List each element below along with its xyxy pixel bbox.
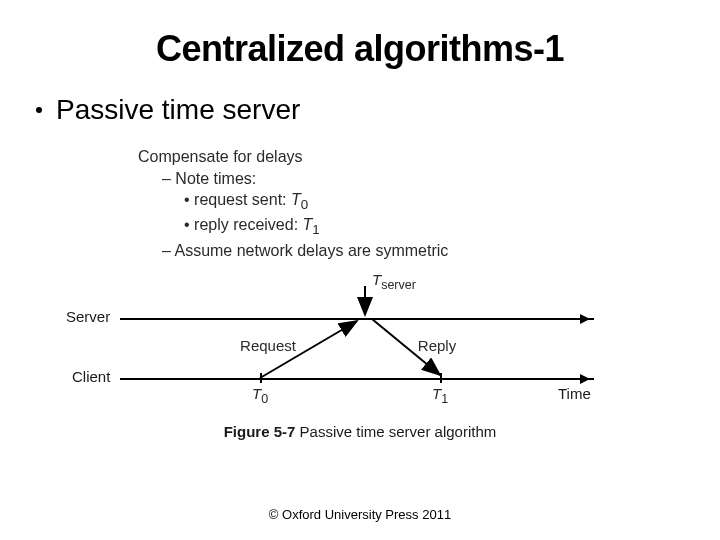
figure-caption-bold: Figure 5-7 — [224, 423, 296, 440]
fig-note-times: – Note times: — [120, 168, 600, 190]
t0-var: T — [252, 385, 261, 402]
figure-block: Compensate for delays – Note times: • re… — [120, 146, 600, 440]
fig-req-sent-prefix: request sent: — [194, 191, 291, 208]
bullet-item: Passive time server — [36, 94, 690, 126]
tserver-sub: server — [381, 278, 416, 292]
reply-label: Reply — [402, 337, 472, 354]
bullet-dot-icon — [36, 107, 42, 113]
t1-sub: 1 — [441, 392, 448, 406]
t1-var: T — [432, 385, 441, 402]
copyright-footer: © Oxford University Press 2011 — [0, 507, 720, 522]
t1-tick — [440, 373, 442, 383]
timing-diagram: Server Client Tserver R — [120, 273, 600, 413]
t0-tick — [260, 373, 262, 383]
diagram-arrows-svg — [120, 273, 600, 413]
bullet-text: Passive time server — [56, 94, 300, 126]
fig-rep-recv-sub: 1 — [312, 223, 319, 238]
figure-caption-rest: Passive time server algorithm — [295, 423, 496, 440]
fig-rep-recv: • reply received: T1 — [120, 214, 600, 239]
tserver-var: T — [372, 271, 381, 288]
fig-rep-recv-var: T — [303, 216, 313, 233]
fig-rep-recv-prefix: reply received: — [194, 216, 303, 233]
fig-req-sent: • request sent: T0 — [120, 189, 600, 214]
slide-title: Centralized algorithms-1 — [30, 28, 690, 70]
tserver-label: Tserver — [372, 271, 416, 292]
fig-compensate: Compensate for delays — [120, 146, 600, 168]
fig-req-sent-var: T — [291, 191, 301, 208]
client-label: Client — [72, 368, 110, 385]
time-axis-label: Time — [558, 385, 591, 402]
request-label: Request — [228, 337, 308, 354]
server-label: Server — [66, 308, 110, 325]
fig-req-sent-sub: 0 — [301, 197, 308, 212]
t0-label: T0 — [252, 385, 268, 406]
figure-caption: Figure 5-7 Passive time server algorithm — [120, 423, 600, 440]
t0-sub: 0 — [261, 392, 268, 406]
slide: Centralized algorithms-1 Passive time se… — [0, 0, 720, 540]
fig-note-times-text: Note times: — [175, 170, 256, 187]
fig-assume-text: Assume network delays are symmetric — [174, 242, 448, 259]
fig-assume: – Assume network delays are symmetric — [120, 240, 600, 262]
t1-label: T1 — [432, 385, 448, 406]
